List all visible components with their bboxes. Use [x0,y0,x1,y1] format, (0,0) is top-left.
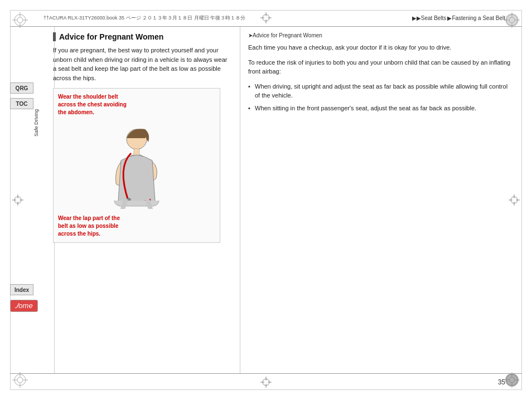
right-para2: To reduce the risk of injuries to both y… [248,58,511,76]
illustration [58,121,215,210]
bullet-list: When driving, sit upright and adjust the… [248,82,511,113]
page-number: 35 [498,378,505,386]
section-body: If you are pregnant, the best way to pro… [53,46,229,82]
section-title: Advice for Pregnant Women [53,32,229,41]
right-body: Each time you have a checkup, ask your d… [248,43,511,113]
index-tab[interactable]: Index [10,284,33,295]
left-column: Advice for Pregnant Women If you are pre… [45,27,234,248]
svg-rect-49 [134,149,139,155]
red-caption-bottom: Wear the lap part of thebelt as low as p… [58,214,215,238]
nav-part2: ▶Fastening a Seat Belt [447,15,505,21]
qrg-tab[interactable]: QRG [10,82,33,94]
header-nav: ▶▶Seat Belts ▶Fastening a Seat Belt [412,15,505,21]
right-section-header: ➤Advice for Pregnant Women [248,32,511,38]
footer: 35 [10,373,522,390]
section-title-text: Advice for Pregnant Women [59,32,163,41]
home-label: 𝐽ome [15,301,32,310]
right-column: ➤Advice for Pregnant Women Each time you… [243,27,516,121]
title-bar-decoration [53,32,56,41]
right-para1: Each time you have a checkup, ask your d… [248,43,511,52]
red-caption-top: Wear the shoulder beltacross the chest a… [58,93,215,116]
toc-tab[interactable]: TOC [10,98,33,109]
bullet-item-1: When driving, sit upright and adjust the… [248,82,511,100]
image-box: Wear the shoulder beltacross the chest a… [53,88,220,243]
file-info: ††ACURA RLX-31TY26000.book 35 ページ ２０１３年３… [43,14,245,22]
bullet-item-2: When sitting in the front passenger's se… [248,104,511,113]
nav-part1: ▶▶Seat Belts [412,15,447,21]
column-divider [240,27,240,373]
main-content: Advice for Pregnant Women If you are pre… [45,27,522,373]
safe-driving-label: Safe Driving [33,109,43,136]
home-tab[interactable]: 𝐽ome [10,300,38,312]
header: ††ACURA RLX-31TY26000.book 35 ページ ２０１３年３… [10,10,522,27]
